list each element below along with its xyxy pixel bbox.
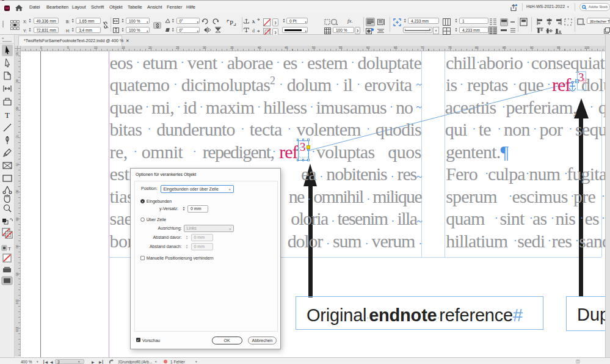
- svg-text:T: T: [8, 246, 11, 252]
- svg-text:𝛌: 𝛌: [252, 19, 255, 24]
- svg-text:d: d: [252, 28, 255, 33]
